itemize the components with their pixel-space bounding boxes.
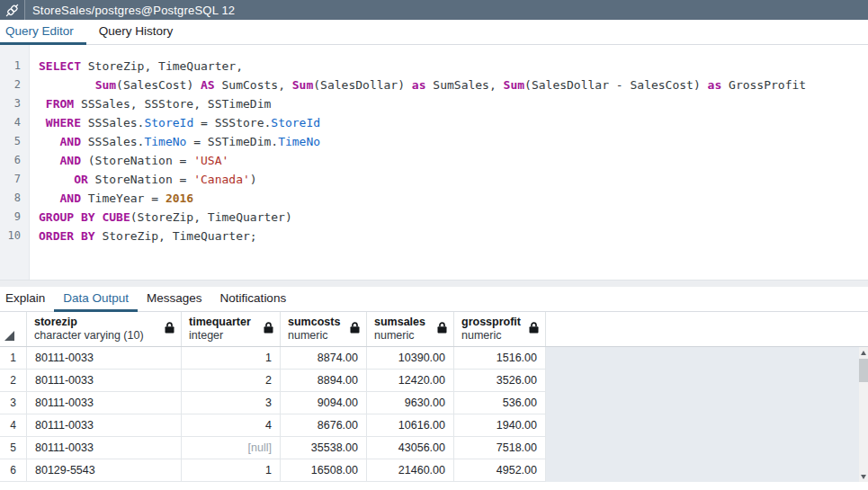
select-all-corner[interactable] bbox=[0, 312, 27, 346]
cell-sumcosts[interactable]: 8894.00 bbox=[281, 370, 367, 392]
scroll-down-icon[interactable] bbox=[859, 472, 868, 481]
code-line[interactable]: OR StoreNation = 'Canada') bbox=[39, 170, 868, 189]
row-number[interactable]: 5 bbox=[0, 437, 27, 459]
cell-grossprofit[interactable]: 7518.00 bbox=[454, 437, 546, 459]
cell-sumsales[interactable]: 10390.00 bbox=[367, 347, 454, 370]
line-number: 8 bbox=[0, 189, 21, 208]
code-line[interactable]: AND TimeYear = 2016 bbox=[39, 189, 868, 208]
cell-storezip[interactable]: 80111-0033 bbox=[27, 347, 182, 370]
cell-sumcosts[interactable]: 35538.00 bbox=[281, 437, 367, 459]
code-line[interactable]: Sum(SalesCost) AS SumCosts, Sum(SalesDol… bbox=[39, 76, 868, 94]
cell-sumcosts[interactable]: 16508.00 bbox=[281, 459, 367, 482]
cell-storezip[interactable]: 80129-5543 bbox=[27, 459, 182, 482]
column-name: sumcosts bbox=[288, 316, 340, 329]
cell-timequarter[interactable]: 3 bbox=[182, 392, 281, 414]
tab-data-output[interactable]: Data Output bbox=[54, 287, 138, 312]
tab-query-editor[interactable]: Query Editor bbox=[0, 20, 86, 45]
grid-body: 180111-003318874.0010390.001516.00280111… bbox=[0, 347, 868, 482]
tab-query-history[interactable]: Query History bbox=[86, 20, 186, 45]
cell-storezip[interactable]: 80111-0033 bbox=[27, 414, 182, 437]
column-type: character varying (10) bbox=[34, 329, 144, 343]
row-number[interactable]: 4 bbox=[0, 414, 27, 437]
pgadmin-query-tool-window: StoreSales/postgres@PostgreSQL 12 Query … bbox=[0, 0, 868, 490]
cell-grossprofit[interactable]: 536.00 bbox=[454, 392, 546, 414]
code-line[interactable]: AND SSSales.TimeNo = SSTimeDim.TimeNo bbox=[39, 132, 868, 151]
column-name: sumsales bbox=[374, 316, 425, 329]
lock-icon bbox=[350, 321, 360, 337]
row-number[interactable]: 2 bbox=[0, 370, 27, 392]
code-line[interactable]: WHERE SSSales.StoreId = SSStore.StoreId bbox=[39, 113, 868, 132]
cell-storezip[interactable]: 80111-0033 bbox=[27, 392, 182, 414]
line-number: 6 bbox=[0, 151, 21, 170]
line-number: 2 bbox=[0, 76, 21, 94]
grid-header-row: storezipcharacter varying (10)timequarte… bbox=[0, 312, 868, 347]
code-lines[interactable]: SELECT StoreZip, TimeQuarter, Sum(SalesC… bbox=[30, 45, 868, 280]
column-header-sumcosts[interactable]: sumcostsnumeric bbox=[281, 312, 367, 346]
cell-sumsales[interactable]: 43056.00 bbox=[367, 437, 454, 459]
column-type: integer bbox=[189, 329, 251, 343]
line-number: 10 bbox=[0, 227, 21, 245]
cell-storezip[interactable]: 80111-0033 bbox=[27, 437, 182, 459]
lock-icon bbox=[264, 321, 273, 337]
lock-icon bbox=[437, 321, 447, 337]
code-line[interactable]: SELECT StoreZip, TimeQuarter, bbox=[39, 57, 868, 76]
code-line[interactable]: AND (StoreNation = 'USA' bbox=[39, 151, 868, 170]
column-type: numeric bbox=[374, 329, 425, 343]
panel-splitter[interactable] bbox=[0, 280, 868, 287]
column-name: storezip bbox=[34, 316, 144, 329]
editor-tab-bar: Query EditorQuery History bbox=[0, 20, 868, 45]
tab-messages[interactable]: Messages bbox=[138, 287, 211, 312]
column-name: grossprofit bbox=[461, 316, 521, 329]
row-number[interactable]: 3 bbox=[0, 392, 27, 414]
cell-timequarter[interactable]: 1 bbox=[182, 459, 281, 482]
row-number[interactable]: 6 bbox=[0, 459, 27, 482]
cell-grossprofit[interactable]: 3526.00 bbox=[454, 370, 546, 392]
column-type: numeric bbox=[288, 329, 340, 343]
connection-title: StoreSales/postgres@PostgreSQL 12 bbox=[25, 0, 235, 20]
line-number: 1 bbox=[0, 57, 21, 76]
cell-sumsales[interactable]: 21460.00 bbox=[367, 459, 454, 482]
cell-sumsales[interactable]: 9630.00 bbox=[367, 392, 454, 414]
column-header-grossprofit[interactable]: grossprofitnumeric bbox=[454, 312, 546, 346]
connection-icon bbox=[0, 0, 25, 20]
column-header-sumsales[interactable]: sumsalesnumeric bbox=[367, 312, 454, 346]
code-line[interactable]: ORDER BY StoreZip, TimeQuarter; bbox=[39, 227, 868, 245]
cell-sumcosts[interactable]: 9094.00 bbox=[281, 392, 367, 414]
cell-grossprofit[interactable]: 1940.00 bbox=[454, 414, 546, 437]
cell-storezip[interactable]: 80111-0033 bbox=[27, 370, 182, 392]
sql-editor[interactable]: 12345678910 SELECT StoreZip, TimeQuarter… bbox=[0, 45, 868, 280]
cell-sumsales[interactable]: 10616.00 bbox=[367, 414, 454, 437]
select-all-triangle-icon bbox=[4, 331, 14, 341]
line-number: 3 bbox=[0, 94, 21, 113]
cell-timequarter[interactable]: 2 bbox=[182, 370, 281, 392]
cell-timequarter[interactable]: 1 bbox=[182, 347, 281, 370]
cell-sumcosts[interactable]: 8874.00 bbox=[281, 347, 367, 370]
cell-sumsales[interactable]: 12420.00 bbox=[367, 370, 454, 392]
column-type: numeric bbox=[461, 329, 521, 343]
line-number: 7 bbox=[0, 170, 21, 189]
cell-grossprofit[interactable]: 1516.00 bbox=[454, 347, 546, 370]
code-line[interactable]: GROUP BY CUBE(StoreZip, TimeQuarter) bbox=[39, 208, 868, 227]
cell-timequarter[interactable]: [null] bbox=[182, 437, 281, 459]
scrollbar-thumb[interactable] bbox=[859, 359, 868, 382]
cell-timequarter[interactable]: 4 bbox=[182, 414, 281, 437]
scroll-up-icon[interactable] bbox=[859, 348, 868, 357]
line-number: 4 bbox=[0, 113, 21, 132]
cell-grossprofit[interactable]: 4952.00 bbox=[454, 459, 546, 482]
code-line[interactable]: FROM SSSales, SSStore, SSTimeDim bbox=[39, 94, 868, 113]
tab-notifications[interactable]: Notifications bbox=[211, 287, 296, 312]
tab-explain[interactable]: Explain bbox=[0, 287, 54, 312]
output-tab-bar: ExplainData OutputMessagesNotifications bbox=[0, 287, 868, 312]
cell-sumcosts[interactable]: 8676.00 bbox=[281, 414, 367, 437]
vertical-scrollbar[interactable] bbox=[859, 347, 868, 482]
title-bar: StoreSales/postgres@PostgreSQL 12 bbox=[0, 0, 868, 20]
lock-icon bbox=[529, 321, 539, 337]
line-number: 9 bbox=[0, 208, 21, 227]
lock-icon bbox=[165, 321, 174, 337]
row-number[interactable]: 1 bbox=[0, 347, 27, 370]
line-number-gutter: 12345678910 bbox=[0, 45, 30, 280]
column-header-storezip[interactable]: storezipcharacter varying (10) bbox=[27, 312, 182, 346]
grid-empty-area bbox=[546, 347, 859, 482]
column-header-timequarter[interactable]: timequarterinteger bbox=[182, 312, 281, 346]
line-number: 5 bbox=[0, 132, 21, 151]
